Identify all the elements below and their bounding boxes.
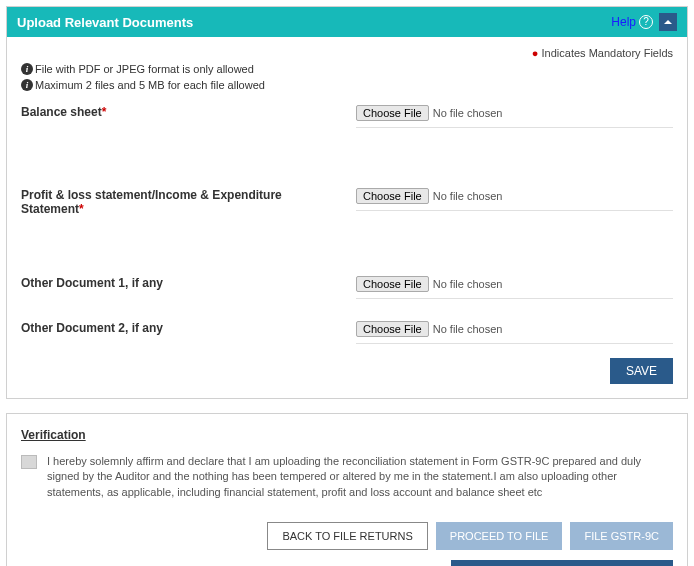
info-icon: i bbox=[21, 79, 33, 91]
other-2-label: Other Document 2, if any bbox=[21, 321, 356, 335]
field-other-2: Other Document 2, if any Choose File No … bbox=[21, 321, 673, 344]
help-label: Help bbox=[611, 15, 636, 29]
verification-title: Verification bbox=[21, 428, 673, 442]
file-gstr9c-button[interactable]: FILE GSTR-9C bbox=[570, 522, 673, 550]
field-balance-sheet: Balance sheet* Choose File No file chose… bbox=[21, 105, 673, 128]
choose-file-other-1[interactable]: Choose File bbox=[356, 276, 429, 292]
file-status-profit-loss: No file chosen bbox=[433, 190, 503, 202]
choose-file-balance-sheet[interactable]: Choose File bbox=[356, 105, 429, 121]
info-text-1: File with PDF or JPEG format is only all… bbox=[35, 63, 254, 75]
file-status-other-2: No file chosen bbox=[433, 323, 503, 335]
help-link[interactable]: Help ? bbox=[611, 15, 653, 29]
required-star-icon: * bbox=[102, 105, 107, 119]
panel-body: ● Indicates Mandatory Fields i File with… bbox=[7, 37, 687, 398]
action-row-1: BACK TO FILE RETURNS PROCEED TO FILE FIL… bbox=[21, 522, 673, 550]
collapse-button[interactable] bbox=[659, 13, 677, 31]
file-underline bbox=[356, 210, 673, 211]
choose-file-other-2[interactable]: Choose File bbox=[356, 321, 429, 337]
mandatory-note-text: Indicates Mandatory Fields bbox=[542, 47, 673, 59]
chevron-up-icon bbox=[664, 19, 672, 25]
file-underline bbox=[356, 127, 673, 128]
action-row-2: PREVIEW DRAFT GSTR-9C (PDF) bbox=[21, 560, 673, 566]
profit-loss-label: Profit & loss statement/Income & Expendi… bbox=[21, 188, 356, 216]
back-button[interactable]: BACK TO FILE RETURNS bbox=[267, 522, 427, 550]
required-star-icon: ● bbox=[532, 47, 539, 59]
panel-header: Upload Relevant Documents Help ? bbox=[7, 7, 687, 37]
file-underline bbox=[356, 298, 673, 299]
file-status-other-1: No file chosen bbox=[433, 278, 503, 290]
file-underline bbox=[356, 343, 673, 344]
panel-title: Upload Relevant Documents bbox=[17, 15, 193, 30]
info-line-1: i File with PDF or JPEG format is only a… bbox=[21, 63, 673, 75]
upload-documents-panel: Upload Relevant Documents Help ? ● Indic… bbox=[6, 6, 688, 399]
verification-checkbox[interactable] bbox=[21, 455, 37, 469]
info-text-2: Maximum 2 files and 5 MB for each file a… bbox=[35, 79, 265, 91]
required-star-icon: * bbox=[79, 202, 84, 216]
info-line-2: i Maximum 2 files and 5 MB for each file… bbox=[21, 79, 673, 91]
other-1-label: Other Document 1, if any bbox=[21, 276, 356, 290]
proceed-button[interactable]: PROCEED TO FILE bbox=[436, 522, 563, 550]
choose-file-profit-loss[interactable]: Choose File bbox=[356, 188, 429, 204]
verification-text: I hereby solemnly affirm and declare tha… bbox=[47, 454, 673, 500]
verification-row: I hereby solemnly affirm and declare tha… bbox=[21, 454, 673, 500]
mandatory-note: ● Indicates Mandatory Fields bbox=[21, 47, 673, 59]
file-status-balance-sheet: No file chosen bbox=[433, 107, 503, 119]
help-icon: ? bbox=[639, 15, 653, 29]
info-icon: i bbox=[21, 63, 33, 75]
preview-draft-button[interactable]: PREVIEW DRAFT GSTR-9C (PDF) bbox=[451, 560, 673, 566]
save-button[interactable]: SAVE bbox=[610, 358, 673, 384]
field-other-1: Other Document 1, if any Choose File No … bbox=[21, 276, 673, 299]
balance-sheet-label: Balance sheet* bbox=[21, 105, 356, 119]
save-row: SAVE bbox=[21, 358, 673, 384]
header-right: Help ? bbox=[611, 13, 677, 31]
field-profit-loss: Profit & loss statement/Income & Expendi… bbox=[21, 188, 673, 216]
verification-panel: Verification I hereby solemnly affirm an… bbox=[6, 413, 688, 566]
